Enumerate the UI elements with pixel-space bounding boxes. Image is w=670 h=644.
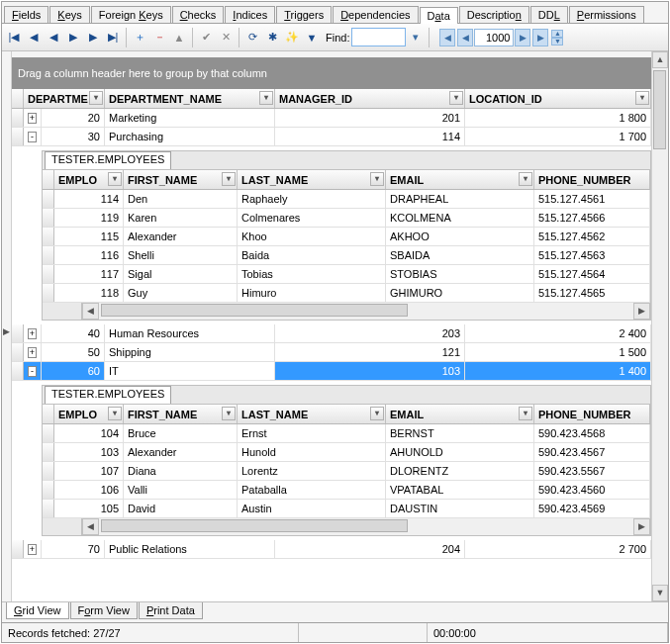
cell-phone[interactable]: 515.127.4564 bbox=[534, 265, 650, 283]
tab-ddl[interactable]: DDL bbox=[530, 6, 568, 23]
tab-form-view[interactable]: Form View bbox=[70, 602, 138, 619]
cell-first-name[interactable]: David bbox=[124, 500, 238, 517]
page-next-button[interactable]: ▶ bbox=[515, 29, 530, 46]
vertical-scrollbar[interactable]: ▲ ▼ bbox=[651, 51, 668, 601]
cell-email[interactable]: STOBIAS bbox=[386, 265, 534, 283]
nested-row[interactable]: 118 Guy Himuro GHIMURO 515.127.4565 bbox=[43, 284, 650, 303]
cell-last-name[interactable]: Raphaely bbox=[238, 190, 386, 208]
cell-manager-id[interactable]: 203 bbox=[275, 324, 465, 342]
cell-department-id[interactable]: 50 bbox=[42, 343, 105, 361]
cell-last-name[interactable]: Tobias bbox=[238, 265, 386, 283]
cell-department-name[interactable]: Human Resources bbox=[105, 324, 275, 342]
scroll-left-button[interactable]: ◀ bbox=[82, 303, 99, 320]
master-row[interactable]: - 30 Purchasing 114 1 700 bbox=[12, 128, 651, 146]
cell-first-name[interactable]: Bruce bbox=[124, 424, 238, 442]
cell-employee-id[interactable]: 115 bbox=[54, 228, 124, 245]
nav-last-button[interactable]: ▶| bbox=[104, 28, 122, 47]
cell-employee-id[interactable]: 118 bbox=[54, 284, 124, 302]
filter-button[interactable]: ▼ bbox=[303, 28, 321, 47]
cell-phone[interactable]: 590.423.4567 bbox=[534, 443, 650, 461]
col-email[interactable]: EMAIL▾ bbox=[386, 405, 534, 423]
spin-down-button[interactable]: ▼ bbox=[551, 38, 563, 46]
cell-first-name[interactable]: Diana bbox=[124, 462, 238, 480]
cell-department-id[interactable]: 30 bbox=[42, 128, 105, 145]
tab-permissions[interactable]: Permissions bbox=[569, 6, 644, 23]
tab-triggers[interactable]: Triggers bbox=[276, 6, 332, 23]
chevron-down-icon[interactable]: ▾ bbox=[449, 91, 463, 105]
cell-phone[interactable]: 590.423.4568 bbox=[534, 424, 650, 442]
col-phone[interactable]: PHONE_NUMBER bbox=[534, 405, 650, 423]
cell-last-name[interactable]: Khoo bbox=[238, 228, 386, 245]
cell-employee-id[interactable]: 117 bbox=[54, 265, 124, 283]
cell-manager-id[interactable]: 103 bbox=[275, 362, 465, 380]
insert-row-button[interactable]: ＋ bbox=[131, 28, 148, 47]
cell-manager-id[interactable]: 201 bbox=[275, 109, 465, 127]
cell-department-id[interactable]: 40 bbox=[42, 324, 105, 342]
cell-email[interactable]: KCOLMENA bbox=[386, 209, 534, 227]
cell-phone[interactable]: 515.127.4566 bbox=[534, 209, 650, 227]
cell-email[interactable]: SBAIDA bbox=[386, 246, 534, 264]
nav-next2-button[interactable]: ▶ bbox=[64, 28, 82, 47]
refresh-button[interactable]: ⟳ bbox=[243, 28, 261, 47]
expand-cell[interactable]: + bbox=[24, 343, 42, 361]
expand-cell[interactable]: + bbox=[24, 540, 42, 558]
cell-email[interactable]: BERNST bbox=[386, 424, 534, 442]
cell-phone[interactable]: 515.127.4562 bbox=[534, 228, 650, 245]
cell-department-id[interactable]: 60 bbox=[42, 362, 105, 380]
find-dropdown[interactable]: ▾ bbox=[407, 28, 425, 47]
nested-row[interactable]: 107 Diana Lorentz DLORENTZ 590.423.5567 bbox=[43, 462, 650, 481]
chevron-down-icon[interactable]: ▾ bbox=[108, 172, 122, 186]
col-first-name[interactable]: FIRST_NAME▾ bbox=[124, 405, 238, 423]
tab-fields[interactable]: Fields bbox=[4, 6, 48, 23]
col-last-name[interactable]: LAST_NAME▾ bbox=[238, 405, 386, 423]
nested-hscroll[interactable]: ◀ ▶ bbox=[43, 303, 650, 320]
master-row[interactable]: + 20 Marketing 201 1 800 bbox=[12, 109, 651, 128]
spin-up-button[interactable]: ▲ bbox=[551, 30, 563, 38]
cell-email[interactable]: AHUNOLD bbox=[386, 443, 534, 461]
cell-location-id[interactable]: 1 400 bbox=[465, 362, 651, 380]
nav-prev-button[interactable]: ◀ bbox=[25, 28, 43, 47]
cell-phone[interactable]: 515.127.4563 bbox=[534, 246, 650, 264]
nested-row[interactable]: 114 Den Raphaely DRAPHEAL 515.127.4561 bbox=[43, 190, 650, 209]
cell-department-name[interactable]: IT bbox=[105, 362, 275, 380]
col-department-id[interactable]: DEPARTME▾ bbox=[24, 89, 105, 108]
scroll-thumb[interactable] bbox=[653, 70, 666, 149]
chevron-down-icon[interactable]: ▾ bbox=[222, 172, 236, 186]
hscroll-thumb[interactable] bbox=[101, 304, 408, 317]
cell-employee-id[interactable]: 107 bbox=[54, 462, 124, 480]
tab-dependencies[interactable]: Dependencies bbox=[333, 6, 418, 23]
chevron-down-icon[interactable]: ▾ bbox=[259, 91, 273, 105]
expand-icon[interactable]: + bbox=[28, 113, 37, 124]
cell-employee-id[interactable]: 119 bbox=[54, 209, 124, 227]
cell-last-name[interactable]: Lorentz bbox=[238, 462, 386, 480]
tab-foreign-keys[interactable]: Foreign Keys bbox=[91, 6, 171, 23]
cell-email[interactable]: GHIMURO bbox=[386, 284, 534, 302]
cell-employee-id[interactable]: 106 bbox=[54, 481, 124, 499]
cell-employee-id[interactable]: 103 bbox=[54, 443, 124, 461]
cell-phone[interactable]: 515.127.4561 bbox=[534, 190, 650, 208]
col-email[interactable]: EMAIL▾ bbox=[386, 170, 534, 189]
nav-next-button[interactable]: ▶ bbox=[84, 28, 102, 47]
page-size-input[interactable]: 1000 bbox=[474, 29, 514, 46]
nested-hscroll[interactable]: ◀ ▶ bbox=[43, 518, 650, 535]
expand-icon[interactable]: + bbox=[28, 544, 37, 555]
delete-row-button[interactable]: － bbox=[150, 28, 168, 47]
expand-icon[interactable]: + bbox=[28, 328, 37, 339]
tab-data[interactable]: Data bbox=[420, 7, 458, 24]
cell-manager-id[interactable]: 204 bbox=[275, 540, 465, 558]
nested-row[interactable]: 106 Valli Pataballa VPATABAL 590.423.456… bbox=[43, 481, 650, 500]
col-manager-id[interactable]: MANAGER_ID▾ bbox=[275, 89, 465, 108]
nested-row[interactable]: 117 Sigal Tobias STOBIAS 515.127.4564 bbox=[43, 265, 650, 284]
tab-grid-view[interactable]: Grid View bbox=[6, 602, 69, 619]
chevron-down-icon[interactable]: ▾ bbox=[89, 91, 103, 105]
cell-department-name[interactable]: Shipping bbox=[105, 343, 275, 361]
cell-first-name[interactable]: Karen bbox=[124, 209, 238, 227]
cell-location-id[interactable]: 1 500 bbox=[465, 343, 651, 361]
cell-department-id[interactable]: 20 bbox=[42, 109, 105, 127]
nested-row[interactable]: 105 David Austin DAUSTIN 590.423.4569 bbox=[43, 500, 650, 518]
col-phone[interactable]: PHONE_NUMBER bbox=[534, 170, 650, 189]
scroll-down-button[interactable]: ▼ bbox=[652, 585, 668, 601]
tab-description[interactable]: Description bbox=[459, 6, 529, 23]
cell-phone[interactable]: 515.127.4565 bbox=[534, 284, 650, 302]
wizard-button[interactable]: ✨ bbox=[283, 28, 301, 47]
